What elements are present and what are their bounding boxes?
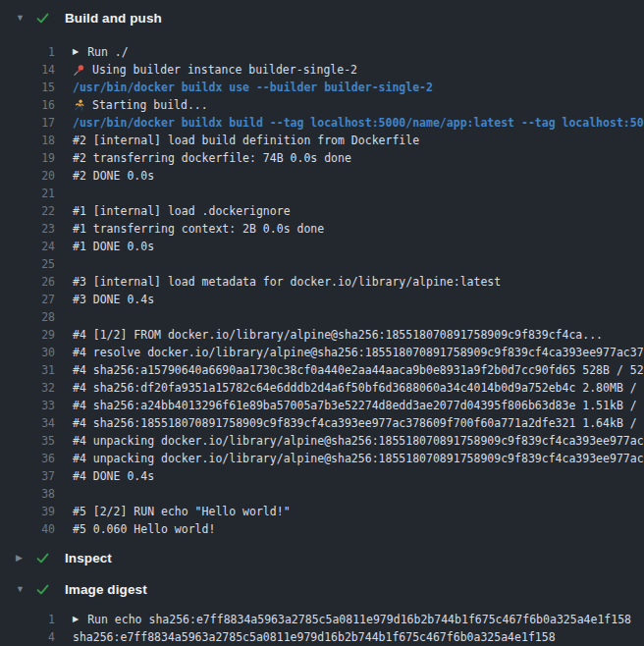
log-text: #1 transferring context: 2B 0.0s done	[73, 220, 324, 238]
log-line: 37 #4 DONE 0.4s	[0, 467, 644, 485]
log-text: #1 DONE 0.0s	[73, 238, 154, 255]
log-text: #2 transferring dockerfile: 74B 0.0s don…	[73, 149, 351, 167]
line-number[interactable]: 34	[0, 414, 55, 432]
log-text: Using builder instance builder-single-2	[92, 61, 357, 79]
log-text: #3 [internal] load metadata for docker.i…	[73, 273, 501, 291]
line-number[interactable]: 16	[0, 96, 55, 114]
line-number[interactable]: 32	[0, 379, 55, 397]
line-number[interactable]: 26	[0, 273, 55, 291]
log-text: #3 DONE 0.4s	[73, 291, 154, 308]
log-line: 30 #4 resolve docker.io/library/alpine@s…	[0, 344, 644, 361]
line-number[interactable]: 23	[0, 220, 55, 238]
log-text: /usr/bin/docker buildx use --builder bui…	[73, 79, 433, 96]
log-line: 24 #1 DONE 0.0s	[0, 238, 644, 255]
pushpin-icon	[73, 64, 85, 77]
check-icon	[35, 581, 51, 597]
log-text: #4 sha256:a24bb4013296f61e89ba57005a7b3e…	[73, 397, 644, 414]
runner-icon	[73, 99, 85, 112]
line-number[interactable]: 18	[0, 132, 55, 149]
line-number[interactable]: 1	[0, 43, 55, 61]
log-line: 20 #2 DONE 0.0s	[0, 167, 644, 185]
log-line: 33 #4 sha256:a24bb4013296f61e89ba57005a7…	[0, 397, 644, 414]
line-number[interactable]: 4	[0, 628, 55, 646]
log-line: 18 #2 [internal] load build definition f…	[0, 132, 644, 149]
log-text: Run echo sha256:e7ff8834a5963a2785c5a081…	[87, 611, 631, 628]
log-text: #2 [internal] load build definition from…	[73, 132, 419, 149]
check-icon	[35, 550, 51, 565]
log-text: #1 [internal] load .dockerignore	[73, 202, 291, 220]
log-text: #4 resolve docker.io/library/alpine@sha2…	[73, 344, 644, 361]
line-number[interactable]: 37	[0, 467, 55, 485]
line-number[interactable]: 15	[0, 79, 55, 96]
step-section-image-digest: ▼ Image digest 1 ▶Run echo sha256:e7ff88…	[0, 577, 644, 646]
log-text: #2 DONE 0.0s	[73, 167, 154, 185]
actions-log-viewer: ▼ Build and push 1 ▶Run ./ 14 Using buil…	[0, 0, 644, 646]
line-number[interactable]: 1	[0, 611, 55, 628]
chevron-down-icon[interactable]: ▼	[16, 577, 27, 601]
log-line: 22 #1 [internal] load .dockerignore	[0, 202, 644, 220]
sections: ▼ Build and push 1 ▶Run ./ 14 Using buil…	[0, 6, 644, 646]
step-log-lines: 1 ▶Run ./ 14 Using builder instance buil…	[0, 29, 644, 540]
log-text: sha256:e7ff8834a5963a2785c5a0811e979d16b…	[73, 628, 556, 646]
step-header[interactable]: ▼ Image digest	[0, 577, 644, 601]
line-number[interactable]: 36	[0, 450, 55, 467]
line-number[interactable]: 21	[0, 185, 55, 202]
log-text: #4 sha256:df20fa9351a15782c64e6dddb2d4a6…	[73, 379, 644, 397]
log-line: 38	[0, 485, 644, 503]
line-number[interactable]: 38	[0, 485, 55, 503]
line-number[interactable]: 25	[0, 255, 55, 273]
line-number[interactable]: 24	[0, 238, 55, 255]
chevron-right-icon[interactable]: ▶	[16, 546, 27, 569]
line-number[interactable]: 17	[0, 114, 55, 132]
step-title: Image digest	[65, 582, 147, 597]
line-number[interactable]: 22	[0, 202, 55, 220]
log-line: 4 sha256:e7ff8834a5963a2785c5a0811e979d1…	[0, 628, 644, 646]
log-text: #4 sha256:a15790640a6690aa1730c38cf0a440…	[73, 361, 644, 379]
line-number[interactable]: 14	[0, 61, 55, 79]
run-expander-arrow[interactable]: ▶	[73, 43, 79, 61]
step-title: Build and push	[65, 11, 162, 26]
line-number[interactable]: 35	[0, 432, 55, 450]
line-number[interactable]: 33	[0, 397, 55, 414]
chevron-down-icon[interactable]: ▼	[16, 6, 27, 29]
line-number[interactable]: 30	[0, 344, 55, 361]
log-line: 32 #4 sha256:df20fa9351a15782c64e6dddb2d…	[0, 379, 644, 397]
line-number[interactable]: 28	[0, 308, 55, 326]
log-text: #4 sha256:185518070891758909c9f839cf4ca3…	[73, 414, 644, 432]
log-text: Run ./	[87, 43, 129, 61]
log-line: 35 #4 unpacking docker.io/library/alpine…	[0, 432, 644, 450]
line-number[interactable]: 27	[0, 291, 55, 308]
log-text: #4 unpacking docker.io/library/alpine@sh…	[73, 450, 644, 467]
line-number[interactable]: 19	[0, 149, 55, 167]
log-line: 16 Starting build...	[0, 96, 644, 114]
step-section-build-and-push: ▼ Build and push 1 ▶Run ./ 14 Using buil…	[0, 6, 644, 540]
log-line: 39 #5 [2/2] RUN echo "Hello world!"	[0, 503, 644, 520]
log-text: #5 [2/2] RUN echo "Hello world!"	[73, 503, 291, 520]
line-number[interactable]: 31	[0, 361, 55, 379]
log-text: Starting build...	[92, 96, 208, 114]
line-number[interactable]: 40	[0, 520, 55, 538]
log-line: 1 ▶Run echo sha256:e7ff8834a5963a2785c5a…	[0, 611, 644, 628]
log-text: #4 unpacking docker.io/library/alpine@sh…	[73, 432, 644, 450]
line-number[interactable]: 20	[0, 167, 55, 185]
log-line: 40 #5 0.060 Hello world!	[0, 520, 644, 538]
log-line: 23 #1 transferring context: 2B 0.0s done	[0, 220, 644, 238]
log-text: /usr/bin/docker buildx build --tag local…	[73, 114, 644, 132]
log-line: 19 #2 transferring dockerfile: 74B 0.0s …	[0, 149, 644, 167]
step-header[interactable]: ▼ Build and push	[0, 6, 644, 29]
log-line: 27 #3 DONE 0.4s	[0, 291, 644, 308]
log-line: 29 #4 [1/2] FROM docker.io/library/alpin…	[0, 326, 644, 344]
log-line: 25	[0, 255, 644, 273]
line-number[interactable]: 29	[0, 326, 55, 344]
log-line: 14 Using builder instance builder-single…	[0, 61, 644, 79]
step-header[interactable]: ▶ Inspect	[0, 546, 644, 569]
run-expander-arrow[interactable]: ▶	[73, 611, 79, 628]
line-number[interactable]: 39	[0, 503, 55, 520]
log-line: 26 #3 [internal] load metadata for docke…	[0, 273, 644, 291]
log-text: #5 0.060 Hello world!	[73, 520, 215, 538]
log-line: 36 #4 unpacking docker.io/library/alpine…	[0, 450, 644, 467]
log-line: 34 #4 sha256:185518070891758909c9f839cf4…	[0, 414, 644, 432]
log-line: 1 ▶Run ./	[0, 43, 644, 61]
log-line: 21	[0, 185, 644, 202]
step-title: Inspect	[65, 551, 112, 565]
